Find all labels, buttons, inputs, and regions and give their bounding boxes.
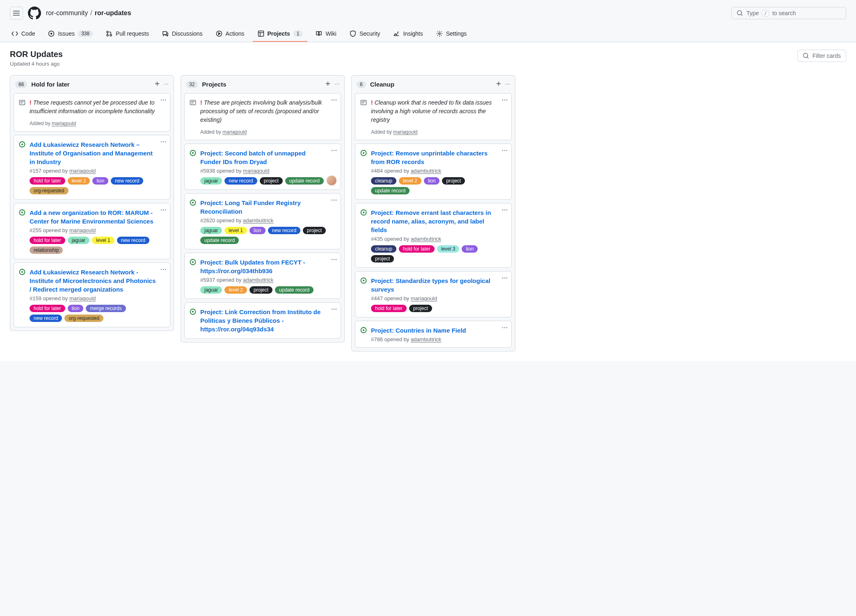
label[interactable]: jaguar <box>200 177 222 185</box>
issue-title-link[interactable]: Add Łukasiewicz Research Network - Insti… <box>30 269 156 293</box>
label[interactable]: level 1 <box>92 237 114 244</box>
tab-pull-requests[interactable]: Pull requests <box>101 26 154 42</box>
card-menu-button[interactable]: ··· <box>502 324 508 331</box>
column-menu-button[interactable]: ··· <box>334 80 339 88</box>
label[interactable]: level 2 <box>68 177 90 185</box>
label[interactable]: org-requested <box>64 315 103 322</box>
label[interactable]: new record <box>111 177 143 185</box>
label[interactable]: hold for later <box>30 177 65 185</box>
label[interactable]: cleanup <box>371 245 396 253</box>
issue-title-link[interactable]: Add Łukasiewicz Research Network – Insti… <box>30 141 153 165</box>
label[interactable]: hold for later <box>371 305 407 312</box>
card-menu-button[interactable]: ··· <box>160 207 167 213</box>
card-menu-button[interactable]: ··· <box>331 147 337 154</box>
label[interactable]: project <box>303 227 326 234</box>
label[interactable]: merge records <box>86 305 126 312</box>
label[interactable]: project <box>409 305 432 312</box>
card-menu-button[interactable]: ··· <box>160 266 167 273</box>
add-card-button[interactable] <box>495 80 502 88</box>
card-menu-button[interactable]: ··· <box>502 147 508 154</box>
label[interactable]: relationship <box>30 246 63 254</box>
tab-discussions[interactable]: Discussions <box>157 26 208 42</box>
card-menu-button[interactable]: ··· <box>160 97 167 103</box>
issue-title-link[interactable]: Project: Bulk Updates from FECYT - https… <box>200 259 305 274</box>
label[interactable]: level 3 <box>437 245 460 253</box>
note-author-link[interactable]: mariagould <box>393 129 417 135</box>
issue-author-link[interactable]: mariagould <box>243 168 269 174</box>
issue-author-link[interactable]: adambuttrick <box>243 217 273 224</box>
issue-title-link[interactable]: Project: Second batch of unmapped Funder… <box>200 150 306 165</box>
column-menu-button[interactable]: ··· <box>164 80 169 88</box>
card-menu-button[interactable]: ··· <box>502 97 508 103</box>
label[interactable]: jaguar <box>200 286 222 294</box>
label[interactable]: jaguar <box>200 227 222 234</box>
label[interactable]: cleanup <box>371 177 396 185</box>
column-menu-button[interactable]: ··· <box>505 80 510 88</box>
tab-insights[interactable]: Insights <box>388 26 428 42</box>
hamburger-button[interactable] <box>10 7 23 20</box>
label[interactable]: project <box>371 255 394 262</box>
issue-title-link[interactable]: Project: Remove errant last characters i… <box>371 209 491 233</box>
issue-title-link[interactable]: Project: Long Tail Funder Registry Recon… <box>200 199 301 215</box>
issue-author-link[interactable]: mariagould <box>69 168 96 174</box>
label[interactable]: hold for later <box>30 305 65 312</box>
label[interactable]: level 1 <box>224 227 247 234</box>
label[interactable]: jaguar <box>68 237 89 244</box>
search-input[interactable]: Type / to search <box>731 7 846 19</box>
issue-title-link[interactable]: Project: Link Correction from Instituto … <box>200 308 320 333</box>
issue-title-link[interactable]: Project: Countries in Name Field <box>371 327 466 334</box>
label[interactable]: hold for later <box>399 245 435 253</box>
label[interactable]: lion <box>68 305 84 312</box>
label[interactable]: level 2 <box>399 177 421 185</box>
filter-cards-input[interactable]: Filter cards <box>797 50 846 62</box>
label[interactable]: new record <box>117 237 149 244</box>
label[interactable]: new record <box>224 177 257 185</box>
issue-title-link[interactable]: Add a new organization to ROR: MARUM - C… <box>30 209 153 225</box>
label[interactable]: lion <box>462 245 478 253</box>
label[interactable]: level 2 <box>224 286 247 294</box>
tab-actions[interactable]: Actions <box>211 26 249 42</box>
label[interactable]: org-requested <box>30 187 69 194</box>
issue-author-link[interactable]: mariagould <box>69 227 96 233</box>
breadcrumb-repo[interactable]: ror-updates <box>95 9 131 17</box>
label[interactable]: new record <box>268 227 300 234</box>
label[interactable]: project <box>249 286 272 294</box>
label[interactable]: project <box>260 177 283 185</box>
add-card-button[interactable] <box>154 80 160 88</box>
issue-author-link[interactable]: adambuttrick <box>411 236 441 242</box>
card-menu-button[interactable]: ··· <box>331 197 337 203</box>
issue-author-link[interactable]: adambuttrick <box>243 277 273 283</box>
issue-title-link[interactable]: Project: Standardize types for geologica… <box>371 277 490 293</box>
issue-author-link[interactable]: mariagould <box>411 295 437 301</box>
tab-settings[interactable]: Settings <box>431 26 472 42</box>
tab-projects[interactable]: Projects 1 <box>253 26 308 42</box>
label[interactable]: lion <box>249 227 265 234</box>
add-card-button[interactable] <box>325 80 331 88</box>
breadcrumb-org[interactable]: ror-community <box>46 9 88 17</box>
issue-title-link[interactable]: Project: Remove unprintable characters f… <box>371 150 488 165</box>
tab-security[interactable]: Security <box>345 26 385 42</box>
issue-author-link[interactable]: adambuttrick <box>411 168 441 174</box>
issue-author-link[interactable]: adambuttrick <box>411 336 441 342</box>
label[interactable]: project <box>442 177 465 185</box>
avatar[interactable] <box>327 176 336 185</box>
label[interactable]: update record <box>275 286 314 294</box>
card-menu-button[interactable]: ··· <box>331 97 337 103</box>
card-menu-button[interactable]: ··· <box>160 139 167 145</box>
note-author-link[interactable]: mariagould <box>222 129 247 135</box>
card-menu-button[interactable]: ··· <box>502 207 508 213</box>
github-logo-icon[interactable] <box>28 7 41 20</box>
label[interactable]: update record <box>371 187 410 194</box>
issue-author-link[interactable]: mariagould <box>69 295 96 301</box>
label[interactable]: hold for later <box>30 237 65 244</box>
label[interactable]: update record <box>200 237 239 244</box>
label[interactable]: lion <box>424 177 440 185</box>
tab-wiki[interactable]: Wiki <box>311 26 341 42</box>
tab-issues[interactable]: Issues 338 <box>43 26 98 42</box>
label[interactable]: update record <box>285 177 324 185</box>
card-menu-button[interactable]: ··· <box>331 256 337 263</box>
label[interactable]: lion <box>92 177 108 185</box>
tab-code[interactable]: Code <box>7 26 40 42</box>
card-menu-button[interactable]: ··· <box>331 306 337 313</box>
label[interactable]: new record <box>30 315 62 322</box>
